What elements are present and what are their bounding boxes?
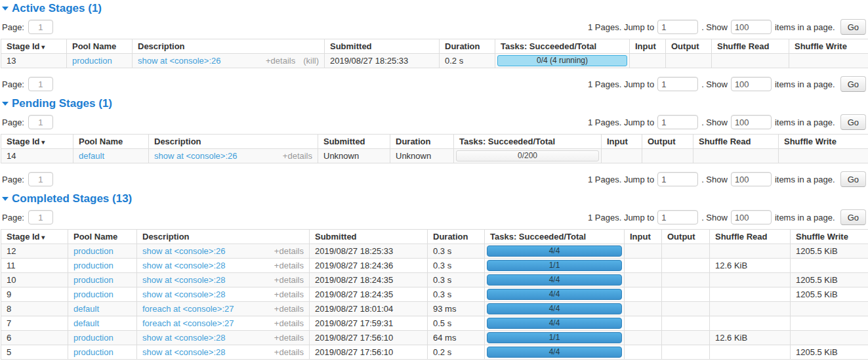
go-button[interactable]: Go: [840, 114, 866, 130]
details-toggle[interactable]: +details: [266, 56, 295, 66]
pool-name-link[interactable]: production: [73, 347, 114, 357]
column-header-tasks-succeeded-total[interactable]: Tasks: Succeeded/Total: [485, 230, 625, 244]
collapse-arrow-icon: [2, 197, 9, 201]
column-header-duration[interactable]: Duration: [390, 135, 454, 149]
column-header-submitted[interactable]: Submitted: [310, 230, 428, 244]
jump-to-page-input[interactable]: [657, 77, 698, 91]
column-header-stage-id[interactable]: Stage Id ▾: [1, 135, 73, 149]
items-per-page-input[interactable]: [731, 115, 772, 129]
jump-to-page-input[interactable]: [657, 115, 698, 129]
jump-to-page-input[interactable]: [657, 20, 698, 34]
pending-stages-header[interactable]: Pending Stages (1): [2, 98, 867, 110]
details-toggle[interactable]: +details: [274, 289, 304, 299]
description-link[interactable]: show at <console>:28: [142, 261, 225, 270]
task-progress-bar: 4/4: [487, 289, 622, 300]
column-header-duration[interactable]: Duration: [428, 230, 485, 244]
page-number-input[interactable]: [28, 115, 53, 129]
column-header-duration[interactable]: Duration: [440, 39, 495, 54]
jump-to-page-input[interactable]: [657, 210, 698, 224]
description-link[interactable]: show at <console>:26: [142, 246, 225, 256]
column-header-shuffle-write[interactable]: Shuffle Write: [791, 230, 868, 244]
column-header-pool-name[interactable]: Pool Name: [73, 135, 149, 149]
column-header-pool-name[interactable]: Pool Name: [67, 39, 133, 54]
page-number-input[interactable]: [28, 172, 53, 186]
column-header-shuffle-write[interactable]: Shuffle Write: [789, 39, 868, 54]
details-toggle[interactable]: +details: [274, 261, 304, 270]
pool-name-link[interactable]: default: [79, 151, 104, 161]
column-header-submitted[interactable]: Submitted: [318, 135, 390, 149]
column-header-input[interactable]: Input: [630, 39, 666, 54]
sort-descending-icon: ▾: [40, 43, 45, 51]
stage-row: 12 production show at <console>:26 +deta…: [1, 244, 868, 259]
pool-name-link[interactable]: production: [73, 261, 114, 270]
items-per-page-input[interactable]: [731, 20, 772, 34]
column-header-tasks-succeeded-total[interactable]: Tasks: Succeeded/Total: [454, 135, 602, 149]
pool-name-link[interactable]: production: [73, 275, 114, 285]
details-toggle[interactable]: +details: [274, 347, 304, 357]
items-per-page-input[interactable]: [731, 210, 772, 224]
column-header-input[interactable]: Input: [625, 230, 662, 244]
submitted-cell: 2019/08/27 18:25:33: [325, 54, 440, 68]
page-number-input[interactable]: [28, 77, 53, 91]
go-button[interactable]: Go: [840, 171, 866, 187]
show-label: . Show: [701, 79, 728, 89]
pages-count-text: 1 Pages. Jump to: [588, 79, 654, 89]
page-number-input[interactable]: [28, 20, 53, 34]
pool-name-link[interactable]: default: [73, 318, 99, 328]
column-header-output[interactable]: Output: [662, 230, 710, 244]
column-header-description[interactable]: Description: [133, 39, 325, 54]
stage-id-cell: 9: [1, 287, 68, 302]
pool-name-link[interactable]: production: [72, 56, 112, 66]
items-per-page-input[interactable]: [731, 172, 772, 186]
details-toggle[interactable]: +details: [274, 304, 304, 314]
go-button[interactable]: Go: [840, 209, 866, 225]
page-number-input[interactable]: [28, 210, 53, 224]
go-button[interactable]: Go: [840, 76, 866, 92]
column-header-shuffle-write[interactable]: Shuffle Write: [779, 135, 868, 149]
description-link[interactable]: show at <console>:26: [154, 151, 237, 161]
details-toggle[interactable]: +details: [274, 246, 304, 256]
description-link[interactable]: foreach at <console>:27: [142, 318, 234, 328]
column-header-output[interactable]: Output: [666, 39, 712, 54]
column-header-submitted[interactable]: Submitted: [325, 39, 440, 54]
kill-link[interactable]: (kill): [303, 56, 319, 66]
stage-id-cell: 10: [1, 273, 68, 287]
details-toggle[interactable]: +details: [274, 318, 304, 328]
description-link[interactable]: show at <console>:28: [142, 333, 225, 343]
column-header-description[interactable]: Description: [137, 230, 310, 244]
go-button[interactable]: Go: [840, 19, 866, 35]
column-header-tasks-succeeded-total[interactable]: Tasks: Succeeded/Total: [495, 39, 630, 54]
pool-name-link[interactable]: production: [73, 289, 114, 299]
pool-name-link[interactable]: production: [73, 246, 114, 256]
duration-cell: 0.3 s: [428, 244, 485, 259]
column-header-output[interactable]: Output: [642, 135, 693, 149]
description-link[interactable]: show at <console>:26: [138, 56, 220, 66]
completed-stages-header[interactable]: Completed Stages (13): [2, 193, 867, 205]
description-link[interactable]: show at <console>:28: [142, 289, 225, 299]
description-link[interactable]: foreach at <console>:27: [142, 304, 234, 314]
column-header-shuffle-read[interactable]: Shuffle Read: [710, 230, 791, 244]
active-stages-header[interactable]: Active Stages (1): [2, 3, 867, 14]
task-progress-bar: 0/4 (4 running): [497, 55, 627, 66]
column-header-description[interactable]: Description: [149, 135, 318, 149]
description-link[interactable]: show at <console>:28: [142, 347, 225, 357]
column-header-pool-name[interactable]: Pool Name: [68, 230, 137, 244]
column-header-stage-id[interactable]: Stage Id ▾: [1, 230, 68, 244]
pool-name-link[interactable]: default: [73, 304, 99, 314]
task-progress-label: 4/4: [549, 304, 560, 313]
jump-to-page-input[interactable]: [657, 172, 698, 186]
output-cell: [662, 316, 710, 331]
column-header-stage-id[interactable]: Stage Id ▾: [1, 39, 67, 54]
pool-name-link[interactable]: production: [73, 333, 114, 343]
description-link[interactable]: show at <console>:28: [142, 275, 225, 285]
details-toggle[interactable]: +details: [283, 151, 312, 161]
details-toggle[interactable]: +details: [274, 275, 304, 285]
column-header-input[interactable]: Input: [602, 135, 642, 149]
shuffle-write-cell: [779, 149, 868, 163]
section-title-text: Active Stages (1): [12, 3, 102, 14]
items-per-page-input[interactable]: [731, 77, 772, 91]
column-header-shuffle-read[interactable]: Shuffle Read: [693, 135, 779, 149]
details-toggle[interactable]: +details: [274, 333, 304, 343]
output-cell: [662, 244, 710, 259]
column-header-shuffle-read[interactable]: Shuffle Read: [712, 39, 789, 54]
